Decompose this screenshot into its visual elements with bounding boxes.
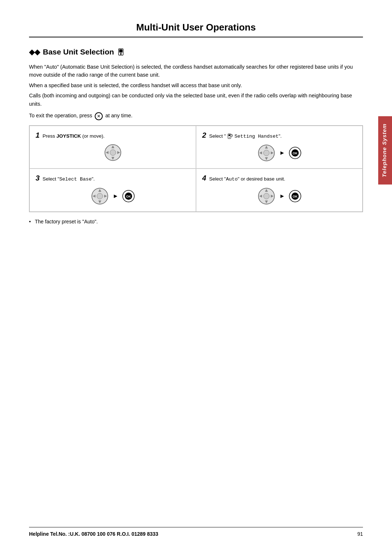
ok-button-3: OK [122,190,135,203]
svg-point-18 [264,150,269,156]
setting-phone-icon [227,133,233,139]
body-paragraph-3: Calls (both incoming and outgoing) can b… [29,92,363,108]
svg-text:OK: OK [293,195,298,198]
step-1-icons [36,143,190,162]
end-call-icon: ✕ [95,112,103,120]
diamonds-icon: ◆◆ [29,48,40,56]
handset-icon [117,48,125,56]
step-1-number: 1 [36,131,40,139]
svg-text:OK: OK [126,195,131,198]
main-title: Multi-Unit User Operations [29,22,363,37]
ok-button-2: OK [289,146,302,159]
step-4-number: 4 [202,174,206,182]
step-3-number: 3 [36,174,40,182]
joystick-icon-4 [257,187,276,206]
page-number: 91 [357,531,363,537]
body-paragraph-1: When "Auto" (Automatic Base Unit Selecti… [29,63,363,79]
svg-point-36 [264,193,269,199]
body-paragraph-2: When a specified base unit is selected, … [29,81,363,89]
arrow-icon-2: ► [279,150,285,156]
svg-point-8 [110,150,116,155]
step-3-text: Select "Select Base". [42,176,95,182]
factory-note: The factory preset is "Auto". [29,219,363,224]
step-2-number: 2 [202,131,206,139]
ok-button-4: OK [289,190,302,203]
joystick-icon-1 [103,143,122,162]
joystick-icon-3 [90,187,109,206]
sidebar-tab: Telephone System [378,116,392,185]
joystick-icon-2 [257,143,276,162]
arrow-icon-4: ► [279,193,285,199]
step-1: 1 Press JOYSTICK (or move). [29,126,196,169]
exit-text: To exit the operation, press ✕ at any ti… [29,112,363,120]
step-2-icons: ► OK [202,143,356,162]
step-3: 3 Select "Select Base". ► OK [29,169,196,212]
step-4-text: Select "Auto" or desired base unit. [209,176,285,182]
arrow-icon-3: ► [113,193,119,199]
footer: Helpline Tel.No. :U.K. 08700 100 076 R.O… [29,527,363,537]
section-title: ◆◆ Base Unit Selection [29,48,363,56]
svg-point-1 [121,53,122,54]
steps-box: 1 Press JOYSTICK (or move). [29,125,363,212]
svg-point-27 [97,193,103,199]
step-1-text: Press JOYSTICK (or move). [42,133,105,139]
svg-point-11 [229,137,230,138]
helpline-text: Helpline Tel.No. :U.K. 08700 100 076 R.O… [29,531,158,537]
svg-rect-2 [119,50,122,52]
step-4-icons: ► OK [202,187,356,206]
section-title-text: Base Unit Selection [43,48,114,56]
step-4: 4 Select "Auto" or desired base unit. ► [196,169,363,212]
step-2-text: Select " Setting Handset". [209,133,282,139]
svg-text:OK: OK [293,151,298,155]
step-3-icons: ► OK [36,187,190,206]
step-2: 2 Select " Setting Handset". [196,126,363,169]
